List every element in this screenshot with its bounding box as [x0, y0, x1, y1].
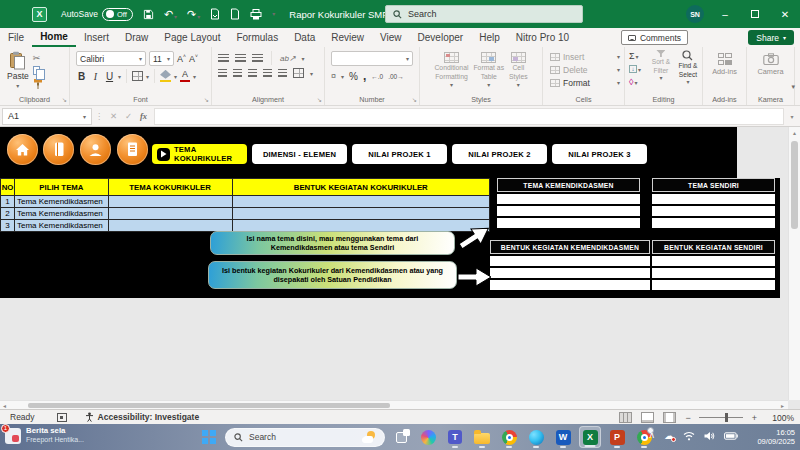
ribbon-tab-nitro[interactable]: Nitro Pro 10 — [508, 28, 577, 47]
conditional-formatting-button[interactable]: ConditionalFormatting▾ — [434, 52, 468, 89]
formula-input[interactable] — [154, 108, 784, 125]
header-cell[interactable]: TEMA KOKURIKULER — [109, 179, 233, 196]
ribbon-tab-draw[interactable]: Draw — [117, 28, 156, 47]
tab-nilai-projek-1[interactable]: NILAI PROJEK 1 — [352, 144, 447, 164]
insert-function-button[interactable]: fx — [136, 111, 151, 121]
ribbon-tab-developer[interactable]: Developer — [410, 28, 472, 47]
percent-style-button[interactable]: % — [349, 71, 358, 82]
cancel-entry-button[interactable]: ✕ — [106, 111, 121, 121]
page-layout-view-button[interactable] — [641, 412, 654, 423]
number-dialog-launcher[interactable]: ↘ — [412, 96, 417, 103]
confirm-entry-button[interactable]: ✓ — [121, 111, 136, 121]
sort-filter-button[interactable]: Sort &Filter▾ — [649, 50, 673, 88]
panel-row[interactable] — [652, 194, 775, 204]
new-file-button[interactable] — [230, 8, 240, 20]
volume-icon[interactable] — [704, 431, 715, 441]
tab-tema-kokurikuler[interactable]: TEMA KOKURIKULER — [152, 144, 247, 164]
scroll-left-icon[interactable]: ◂ — [3, 402, 6, 409]
minimize-button[interactable]: – — [710, 0, 740, 28]
font-dialog-launcher[interactable]: ↘ — [204, 96, 209, 103]
format-cells-button[interactable]: Format▾ — [543, 76, 624, 89]
increase-font-button[interactable]: A˄ — [177, 53, 186, 64]
italic-button[interactable]: I — [90, 71, 101, 82]
autosave-pill[interactable]: Off — [102, 8, 133, 21]
align-right-button[interactable] — [248, 69, 257, 77]
collapse-ribbon-button[interactable]: ▾ — [791, 83, 795, 91]
zoom-slider-thumb[interactable] — [725, 413, 728, 422]
qat-customize-caret[interactable]: ▾ — [272, 11, 275, 17]
account-avatar[interactable]: SN — [686, 5, 704, 23]
underline-caret-icon[interactable]: ▾ — [118, 73, 121, 80]
header-cell[interactable]: NO — [1, 179, 15, 196]
ribbon-tab-page-layout[interactable]: Page Layout — [156, 28, 228, 47]
ribbon-tab-insert[interactable]: Insert — [76, 28, 117, 47]
pilih-tema-cell[interactable]: Tema Kemendikdasmen — [15, 208, 109, 220]
tray-chevron-icon[interactable]: ∧ — [648, 431, 655, 440]
header-cell[interactable]: BENTUK KEGIATAN KOKURIKULER — [233, 179, 490, 196]
panel-row[interactable] — [652, 256, 775, 266]
ribbon-tab-help[interactable]: Help — [471, 28, 508, 47]
horizontal-scroll-thumb[interactable] — [28, 403, 390, 408]
cut-button[interactable]: ✂ — [33, 52, 49, 63]
increase-decimal-button[interactable]: ←.0 — [371, 73, 383, 80]
decrease-decimal-button[interactable]: .00→ — [388, 73, 404, 80]
row-number-cell[interactable]: 2 — [1, 208, 15, 220]
comments-button[interactable]: Comments — [621, 30, 688, 45]
undo-button[interactable]: ↶▾ — [164, 9, 177, 20]
autosum-button[interactable]: Σ▾ — [629, 50, 645, 62]
battery-icon[interactable] — [724, 432, 738, 440]
align-top-button[interactable] — [218, 54, 229, 62]
align-center-button[interactable] — [233, 69, 242, 77]
expand-formula-bar-button[interactable]: ▾ — [784, 113, 800, 120]
decrease-font-button[interactable]: A˅ — [189, 53, 198, 64]
taskbar-search-box[interactable]: Search — [225, 428, 385, 447]
merge-center-button[interactable] — [293, 68, 304, 78]
decrease-indent-button[interactable] — [263, 69, 272, 77]
panel-row[interactable] — [490, 280, 650, 290]
addins-button[interactable]: Add-ins — [703, 47, 746, 76]
scroll-up-icon[interactable]: ▴ — [789, 129, 800, 136]
align-left-button[interactable] — [218, 69, 227, 77]
row-number-cell[interactable]: 3 — [1, 220, 15, 232]
ribbon-tab-home[interactable]: Home — [32, 28, 76, 47]
widgets-button[interactable]: 1 Berita sela Freeport Hentika... — [5, 427, 84, 444]
ribbon-tab-view[interactable]: View — [372, 28, 410, 47]
tab-nilai-projek-2[interactable]: NILAI PROJEK 2 — [452, 144, 547, 164]
underline-button[interactable]: U — [104, 71, 115, 82]
home-nav-button[interactable] — [7, 134, 38, 165]
copy-button[interactable]: ▾ — [33, 65, 49, 76]
teams-button[interactable]: T — [444, 426, 466, 448]
tema-kokurikuler-cell[interactable] — [109, 220, 233, 232]
taskbar-clock[interactable]: 16:05 09/09/2025 — [757, 428, 795, 447]
bentuk-kegiatan-cell[interactable] — [233, 196, 490, 208]
ribbon-tab-file[interactable]: File — [0, 28, 32, 47]
edge-button[interactable] — [525, 426, 547, 448]
paste-button[interactable]: Paste ▾ — [7, 51, 29, 89]
bentuk-kegiatan-cell[interactable] — [233, 208, 490, 220]
redo-button[interactable]: ↷▾ — [187, 9, 200, 20]
task-view-button[interactable] — [390, 426, 412, 448]
font-size-select[interactable]: 11▾ — [149, 51, 174, 66]
student-data-nav-button[interactable] — [80, 134, 111, 165]
orientation-button[interactable]: ab↗ — [280, 54, 296, 63]
share-button[interactable]: Share▾ — [748, 30, 794, 45]
start-button[interactable] — [198, 426, 220, 448]
format-as-table-button[interactable]: Format asTable▾ — [473, 52, 504, 89]
align-bottom-button[interactable] — [252, 54, 263, 62]
borders-caret-icon[interactable]: ▾ — [146, 73, 149, 80]
accounting-format-button[interactable]: ¤ — [331, 71, 336, 81]
panel-row[interactable] — [490, 268, 650, 278]
align-middle-button[interactable] — [235, 54, 246, 62]
panel-row[interactable] — [652, 268, 775, 278]
row-number-cell[interactable]: 1 — [1, 196, 15, 208]
save-button[interactable] — [143, 9, 154, 20]
clipboard-dialog-launcher[interactable]: ↘ — [62, 96, 67, 103]
panel-row[interactable] — [652, 206, 775, 216]
find-select-button[interactable]: Find &Select▾ — [676, 50, 700, 88]
copilot-button[interactable] — [417, 426, 439, 448]
cell-styles-button[interactable]: CellStyles▾ — [509, 52, 528, 89]
autosave-toggle[interactable]: AutoSave Off — [61, 8, 133, 21]
increase-indent-button[interactable] — [278, 69, 287, 77]
report-nav-button[interactable] — [117, 134, 148, 165]
borders-button[interactable] — [132, 71, 143, 81]
